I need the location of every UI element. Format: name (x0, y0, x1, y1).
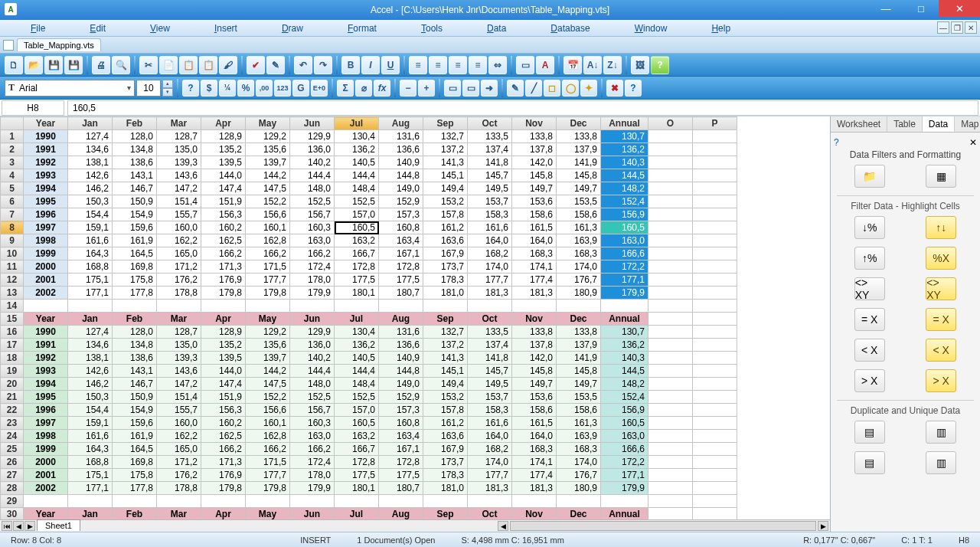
align-right-button[interactable]: ≡ (449, 56, 467, 74)
cell[interactable]: Year (24, 508, 68, 520)
cell[interactable]: 145,8 (512, 365, 557, 378)
cell[interactable]: 1996 (24, 208, 68, 221)
cell[interactable]: 2001 (24, 274, 68, 287)
spellcheck-button[interactable]: ✔ (247, 56, 265, 74)
sort-desc-button[interactable]: Z↓ (603, 56, 622, 74)
cell[interactable]: 141,8 (468, 156, 512, 169)
cell[interactable] (648, 443, 693, 456)
cell[interactable] (648, 378, 693, 391)
cell-reference-box[interactable]: H8 (2, 100, 64, 116)
row-header[interactable]: 12 (1, 274, 24, 287)
cell[interactable] (648, 456, 693, 469)
cell[interactable]: 150,9 (113, 195, 157, 208)
cell[interactable]: 160,8 (379, 221, 423, 234)
filter-btn-left-4[interactable]: < X (854, 339, 885, 362)
cell[interactable]: 136,6 (379, 339, 423, 352)
col-header[interactable]: Apr (201, 117, 246, 130)
hscroll-left[interactable]: ◀ (498, 521, 508, 531)
cell[interactable]: 133,5 (468, 326, 512, 339)
cell[interactable]: 162,5 (201, 234, 246, 247)
row-header[interactable]: 27 (1, 469, 24, 482)
cell[interactable]: 144,8 (379, 365, 423, 378)
cell[interactable]: 144,0 (201, 169, 246, 182)
cell[interactable] (423, 495, 468, 508)
cell[interactable] (648, 430, 693, 443)
cell[interactable] (693, 404, 737, 417)
cell[interactable]: 152,5 (290, 391, 335, 404)
cell[interactable]: 152,9 (379, 391, 423, 404)
cell[interactable]: 140,5 (335, 156, 379, 169)
cell[interactable]: 146,7 (113, 378, 157, 391)
cell[interactable]: 144,5 (601, 169, 648, 182)
cell[interactable]: 162,5 (201, 430, 246, 443)
cell[interactable]: Apr (201, 508, 246, 520)
cell[interactable]: 160,0 (157, 221, 201, 234)
undo-button[interactable]: ↶ (294, 56, 312, 74)
cell[interactable]: 171,2 (157, 260, 201, 274)
cell[interactable] (693, 208, 737, 221)
cell[interactable]: 147,5 (246, 182, 290, 195)
col-header[interactable]: Feb (113, 117, 157, 130)
cell[interactable]: 153,7 (468, 195, 512, 208)
cell[interactable] (335, 300, 379, 313)
cell[interactable]: 138,1 (68, 156, 113, 169)
cell[interactable] (693, 508, 737, 520)
cell[interactable]: 151,9 (201, 195, 246, 208)
cell[interactable] (648, 300, 693, 313)
cell[interactable]: 179,9 (290, 287, 335, 300)
cell[interactable]: 161,6 (468, 221, 512, 234)
cell[interactable] (423, 300, 468, 313)
cell[interactable]: 139,3 (157, 156, 201, 169)
row-header[interactable]: 4 (1, 169, 24, 182)
cell[interactable] (648, 169, 693, 182)
cell[interactable]: 179,8 (246, 482, 290, 495)
cell[interactable] (648, 195, 693, 208)
cell[interactable]: 142,0 (512, 156, 557, 169)
justify-button[interactable]: ≡ (469, 56, 487, 74)
cell[interactable]: 134,8 (113, 143, 157, 156)
cell[interactable] (24, 495, 68, 508)
cell[interactable] (379, 300, 423, 313)
cell[interactable] (68, 495, 113, 508)
sum-button[interactable]: Σ (337, 80, 354, 97)
currency-button[interactable]: $ (201, 80, 217, 97)
cell[interactable]: 163,0 (290, 430, 335, 443)
cell[interactable] (693, 326, 737, 339)
scientific-button[interactable]: E+0 (311, 80, 328, 97)
cell[interactable]: 156,3 (201, 404, 246, 417)
cell[interactable]: 140,3 (601, 156, 648, 169)
cell[interactable]: 2001 (24, 469, 68, 482)
cell[interactable]: Year (24, 313, 68, 326)
cell[interactable]: 148,0 (290, 378, 335, 391)
cell[interactable]: 152,2 (246, 195, 290, 208)
cell[interactable]: 177,8 (113, 287, 157, 300)
cell[interactable]: 163,2 (335, 234, 379, 247)
cell[interactable]: 166,2 (290, 443, 335, 456)
formula-input[interactable]: 160,5 (67, 100, 978, 116)
menu-view[interactable]: View (150, 23, 170, 34)
cell[interactable] (648, 352, 693, 365)
cell[interactable]: 135,2 (201, 339, 246, 352)
cell[interactable] (648, 287, 693, 300)
cell[interactable]: 173,7 (423, 456, 468, 469)
cell[interactable]: 128,9 (201, 326, 246, 339)
cell[interactable] (648, 469, 693, 482)
cell[interactable]: 154,4 (68, 208, 113, 221)
cell[interactable]: 175,8 (113, 274, 157, 287)
cell[interactable]: 1998 (24, 430, 68, 443)
cell[interactable]: 145,1 (423, 365, 468, 378)
cell[interactable] (157, 300, 201, 313)
row-header[interactable]: 2 (1, 143, 24, 156)
cell[interactable]: 177,1 (601, 469, 648, 482)
cell[interactable]: 152,4 (601, 391, 648, 404)
cell[interactable]: 151,9 (201, 391, 246, 404)
cell[interactable]: 174,0 (468, 260, 512, 274)
row-header[interactable]: 13 (1, 287, 24, 300)
sheet-tab[interactable]: Sheet1 (37, 519, 80, 531)
new-button[interactable]: 🗋 (5, 56, 23, 74)
cell[interactable]: 161,9 (113, 234, 157, 247)
cell[interactable]: 156,6 (246, 404, 290, 417)
cell[interactable] (693, 130, 737, 143)
cell[interactable]: 1993 (24, 365, 68, 378)
help-button[interactable]: ? (651, 56, 669, 74)
